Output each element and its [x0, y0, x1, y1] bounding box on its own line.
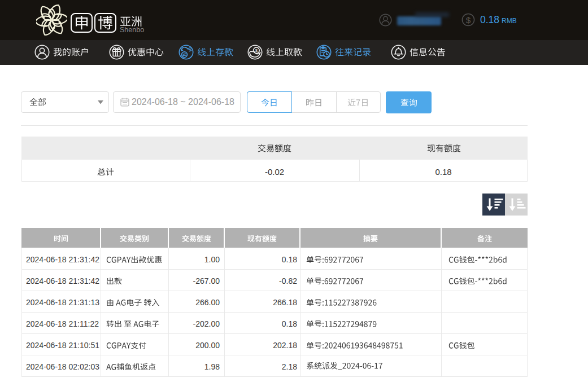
svg-text:$: $ [466, 15, 471, 25]
svg-text:$: $ [255, 48, 258, 53]
